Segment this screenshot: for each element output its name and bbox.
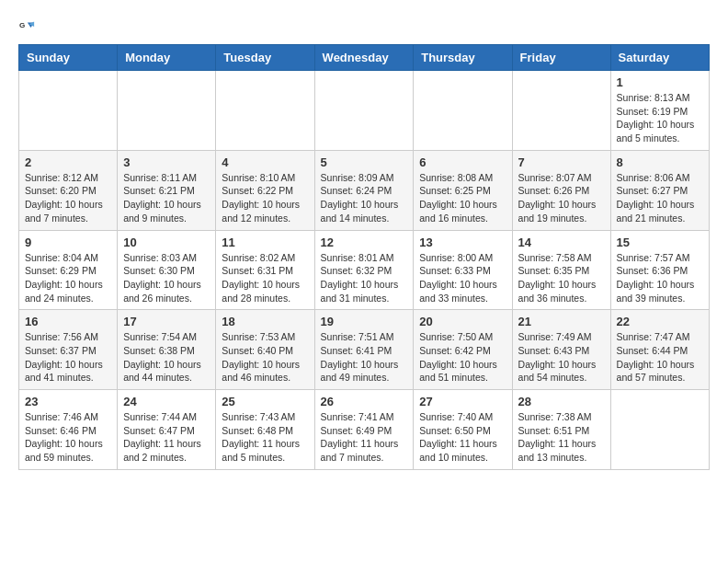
day-info-6: Sunrise: 8:08 AM Sunset: 6:25 PM Dayligh… [419, 171, 506, 225]
day-number-4: 4 [222, 155, 308, 169]
day-cell-11: 11Sunrise: 8:02 AM Sunset: 6:31 PM Dayli… [216, 230, 314, 310]
day-number-15: 15 [617, 236, 703, 249]
day-cell-21: 21Sunrise: 7:49 AM Sunset: 6:43 PM Dayli… [512, 310, 610, 390]
day-number-11: 11 [222, 236, 308, 249]
empty-cell [118, 71, 216, 151]
column-header-saturday: Saturday [610, 45, 709, 71]
day-cell-20: 20Sunrise: 7:50 AM Sunset: 6:42 PM Dayli… [414, 310, 512, 390]
week-row-1: 1Sunrise: 8:13 AM Sunset: 6:19 PM Daylig… [19, 71, 710, 151]
day-cell-4: 4Sunrise: 8:10 AM Sunset: 6:22 PM Daylig… [216, 150, 314, 230]
empty-cell [610, 390, 709, 470]
day-number-13: 13 [419, 236, 506, 249]
week-row-4: 16Sunrise: 7:56 AM Sunset: 6:37 PM Dayli… [19, 310, 710, 390]
day-number-16: 16 [25, 315, 111, 328]
day-cell-22: 22Sunrise: 7:47 AM Sunset: 6:44 PM Dayli… [610, 310, 709, 390]
empty-cell [414, 71, 512, 151]
column-header-friday: Friday [512, 45, 610, 71]
day-number-12: 12 [321, 236, 408, 249]
day-info-19: Sunrise: 7:51 AM Sunset: 6:41 PM Dayligh… [321, 330, 408, 385]
day-cell-13: 13Sunrise: 8:00 AM Sunset: 6:33 PM Dayli… [414, 230, 512, 310]
day-number-19: 19 [321, 315, 408, 328]
day-info-14: Sunrise: 7:58 AM Sunset: 6:35 PM Dayligh… [518, 251, 605, 305]
empty-cell [216, 71, 314, 151]
day-info-16: Sunrise: 7:56 AM Sunset: 6:37 PM Dayligh… [25, 330, 111, 385]
day-info-23: Sunrise: 7:46 AM Sunset: 6:46 PM Dayligh… [25, 410, 111, 465]
day-info-3: Sunrise: 8:11 AM Sunset: 6:21 PM Dayligh… [123, 171, 210, 225]
day-number-17: 17 [123, 315, 210, 328]
day-info-1: Sunrise: 8:13 AM Sunset: 6:19 PM Dayligh… [617, 91, 703, 145]
day-info-10: Sunrise: 8:03 AM Sunset: 6:30 PM Dayligh… [123, 251, 210, 305]
calendar-table: SundayMondayTuesdayWednesdayThursdayFrid… [18, 44, 710, 470]
week-row-2: 2Sunrise: 8:12 AM Sunset: 6:20 PM Daylig… [19, 150, 710, 230]
day-info-4: Sunrise: 8:10 AM Sunset: 6:22 PM Dayligh… [222, 171, 308, 225]
day-of-week-row: SundayMondayTuesdayWednesdayThursdayFrid… [19, 45, 710, 71]
day-number-8: 8 [617, 155, 703, 169]
day-cell-8: 8Sunrise: 8:06 AM Sunset: 6:27 PM Daylig… [610, 150, 709, 230]
calendar-body: 1Sunrise: 8:13 AM Sunset: 6:19 PM Daylig… [19, 71, 710, 470]
day-cell-2: 2Sunrise: 8:12 AM Sunset: 6:20 PM Daylig… [19, 150, 118, 230]
day-info-25: Sunrise: 7:43 AM Sunset: 6:48 PM Dayligh… [222, 410, 308, 465]
day-info-8: Sunrise: 8:06 AM Sunset: 6:27 PM Dayligh… [617, 171, 703, 225]
day-number-23: 23 [25, 395, 111, 408]
day-info-18: Sunrise: 7:53 AM Sunset: 6:40 PM Dayligh… [222, 330, 308, 385]
day-cell-6: 6Sunrise: 8:08 AM Sunset: 6:25 PM Daylig… [414, 150, 512, 230]
day-info-11: Sunrise: 8:02 AM Sunset: 6:31 PM Dayligh… [222, 251, 308, 305]
day-number-25: 25 [222, 395, 308, 408]
day-cell-27: 27Sunrise: 7:40 AM Sunset: 6:50 PM Dayli… [414, 390, 512, 470]
day-cell-28: 28Sunrise: 7:38 AM Sunset: 6:51 PM Dayli… [512, 390, 610, 470]
day-info-12: Sunrise: 8:01 AM Sunset: 6:32 PM Dayligh… [321, 251, 408, 305]
day-number-18: 18 [222, 315, 308, 328]
week-row-3: 9Sunrise: 8:04 AM Sunset: 6:29 PM Daylig… [19, 230, 710, 310]
day-info-7: Sunrise: 8:07 AM Sunset: 6:26 PM Dayligh… [518, 171, 605, 225]
day-cell-1: 1Sunrise: 8:13 AM Sunset: 6:19 PM Daylig… [610, 71, 709, 151]
logo-icon: G [18, 18, 35, 35]
day-number-22: 22 [617, 315, 703, 328]
column-header-sunday: Sunday [19, 45, 118, 71]
day-number-20: 20 [419, 315, 506, 328]
day-cell-25: 25Sunrise: 7:43 AM Sunset: 6:48 PM Dayli… [216, 390, 314, 470]
day-cell-14: 14Sunrise: 7:58 AM Sunset: 6:35 PM Dayli… [512, 230, 610, 310]
day-number-27: 27 [419, 395, 506, 408]
column-header-tuesday: Tuesday [216, 45, 314, 71]
day-cell-10: 10Sunrise: 8:03 AM Sunset: 6:30 PM Dayli… [118, 230, 216, 310]
column-header-thursday: Thursday [414, 45, 512, 71]
day-number-2: 2 [25, 155, 111, 169]
day-cell-26: 26Sunrise: 7:41 AM Sunset: 6:49 PM Dayli… [314, 390, 414, 470]
day-info-9: Sunrise: 8:04 AM Sunset: 6:29 PM Dayligh… [25, 251, 111, 305]
day-info-22: Sunrise: 7:47 AM Sunset: 6:44 PM Dayligh… [617, 330, 703, 385]
empty-cell [512, 71, 610, 151]
day-number-7: 7 [518, 155, 605, 169]
day-cell-17: 17Sunrise: 7:54 AM Sunset: 6:38 PM Dayli… [118, 310, 216, 390]
day-info-15: Sunrise: 7:57 AM Sunset: 6:36 PM Dayligh… [617, 251, 703, 305]
week-row-5: 23Sunrise: 7:46 AM Sunset: 6:46 PM Dayli… [19, 390, 710, 470]
svg-text:G: G [19, 21, 25, 29]
day-cell-9: 9Sunrise: 8:04 AM Sunset: 6:29 PM Daylig… [19, 230, 118, 310]
day-cell-23: 23Sunrise: 7:46 AM Sunset: 6:46 PM Dayli… [19, 390, 118, 470]
day-number-26: 26 [321, 395, 408, 408]
day-info-24: Sunrise: 7:44 AM Sunset: 6:47 PM Dayligh… [123, 410, 210, 465]
day-number-9: 9 [25, 236, 111, 249]
day-info-17: Sunrise: 7:54 AM Sunset: 6:38 PM Dayligh… [123, 330, 210, 385]
day-info-26: Sunrise: 7:41 AM Sunset: 6:49 PM Dayligh… [321, 410, 408, 465]
day-number-5: 5 [321, 155, 408, 169]
day-number-1: 1 [617, 75, 703, 89]
day-number-28: 28 [518, 395, 605, 408]
day-cell-16: 16Sunrise: 7:56 AM Sunset: 6:37 PM Dayli… [19, 310, 118, 390]
day-info-21: Sunrise: 7:49 AM Sunset: 6:43 PM Dayligh… [518, 330, 605, 385]
day-cell-5: 5Sunrise: 8:09 AM Sunset: 6:24 PM Daylig… [314, 150, 414, 230]
day-cell-7: 7Sunrise: 8:07 AM Sunset: 6:26 PM Daylig… [512, 150, 610, 230]
empty-cell [19, 71, 118, 151]
day-cell-19: 19Sunrise: 7:51 AM Sunset: 6:41 PM Dayli… [314, 310, 414, 390]
column-header-wednesday: Wednesday [314, 45, 414, 71]
day-cell-3: 3Sunrise: 8:11 AM Sunset: 6:21 PM Daylig… [118, 150, 216, 230]
page-header: G [18, 18, 710, 35]
day-cell-18: 18Sunrise: 7:53 AM Sunset: 6:40 PM Dayli… [216, 310, 314, 390]
empty-cell [314, 71, 414, 151]
day-info-28: Sunrise: 7:38 AM Sunset: 6:51 PM Dayligh… [518, 410, 605, 465]
day-number-3: 3 [123, 155, 210, 169]
column-header-monday: Monday [118, 45, 216, 71]
day-info-20: Sunrise: 7:50 AM Sunset: 6:42 PM Dayligh… [419, 330, 506, 385]
day-info-5: Sunrise: 8:09 AM Sunset: 6:24 PM Dayligh… [321, 171, 408, 225]
day-number-14: 14 [518, 236, 605, 249]
day-number-10: 10 [123, 236, 210, 249]
